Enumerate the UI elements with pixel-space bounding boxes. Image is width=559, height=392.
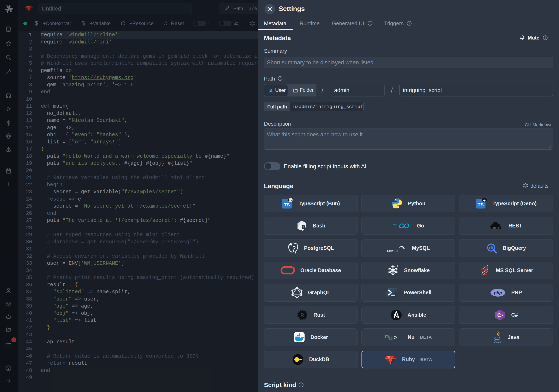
svg-text:R: R — [300, 312, 304, 318]
svg-text:Java: Java — [494, 340, 502, 343]
svg-text:GO: GO — [399, 222, 409, 230]
svg-text:HTTP: HTTP — [493, 227, 500, 229]
svg-text:n: n — [385, 332, 389, 340]
svg-text:>: > — [394, 334, 397, 341]
svg-text:#: # — [502, 313, 503, 317]
svg-text:C: C — [497, 312, 501, 318]
svg-text:TS: TS — [284, 202, 290, 207]
svg-text:u: u — [389, 334, 393, 341]
svg-text:$: $ — [303, 226, 304, 228]
svg-text:MySQL: MySQL — [387, 249, 399, 253]
svg-text:TS: TS — [478, 202, 484, 207]
svg-text:php: php — [494, 290, 502, 295]
